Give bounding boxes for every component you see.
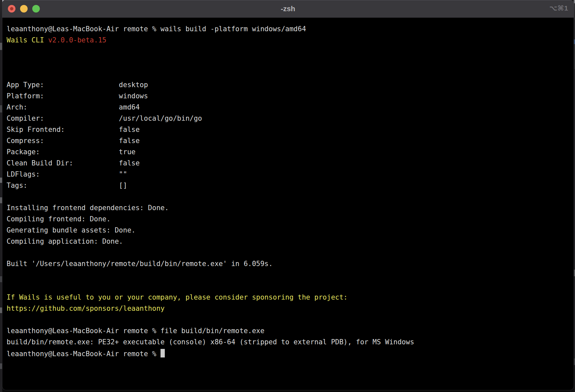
tab-shortcut-label: ⌥⌘1 (549, 4, 568, 12)
terminal-line (7, 57, 569, 68)
terminal-line: leaanthony@Leas-MacBook-Air remote % wai… (7, 23, 569, 35)
text-segment: Platform: windows (7, 92, 148, 100)
terminal-line (7, 269, 569, 281)
text-segment: Installing frontend dependencies: Done. (7, 204, 169, 212)
terminal-line: https://github.com/sponsors/leaanthony (7, 303, 569, 314)
terminal-line: Installing frontend dependencies: Done. (7, 202, 569, 213)
terminal-line: App Type: desktop (7, 79, 569, 90)
terminal-window: -zsh ⌥⌘1 leaanthony@Leas-MacBook-Air rem… (2, 0, 574, 390)
text-segment: Tags: [] (7, 182, 127, 189)
text-segment: LDFlags: "" (7, 170, 127, 178)
text-segment: leaanthony@Leas-MacBook-Air remote % (7, 350, 161, 358)
terminal-line: Compiler: /usr/local/go/bin/go (7, 113, 569, 124)
zoom-button[interactable] (32, 5, 40, 12)
terminal-line: leaanthony@Leas-MacBook-Air remote % (7, 348, 569, 359)
text-segment: Package: true (7, 148, 136, 156)
text-segment: Skip Frontend: false (7, 126, 140, 134)
terminal-line: Platform: windows (7, 90, 569, 102)
text-segment: Compiler: /usr/local/go/bin/go (7, 114, 202, 122)
text-segment: Wails CLI (7, 36, 48, 44)
terminal-line: Built '/Users/leaanthony/remote/build/bi… (7, 258, 569, 269)
background-window-edge-right (574, 0, 575, 392)
text-segment: leaanthony@Leas-MacBook-Air remote % wai… (7, 25, 306, 33)
terminal-line: Wails CLI v2.0.0-beta.15 (7, 35, 569, 46)
close-button[interactable] (8, 5, 15, 12)
terminal-line: leaanthony@Leas-MacBook-Air remote % fil… (7, 325, 569, 336)
terminal-line: Tags: [] (7, 180, 569, 191)
terminal-line (7, 314, 569, 325)
text-segment: https://github.com/sponsors/leaanthony (7, 305, 164, 312)
terminal-line: Arch: amd64 (7, 102, 569, 113)
text-segment: v2.0.0-beta.15 (48, 36, 106, 44)
text-segment: build/bin/remote.exe: PE32+ executable (… (7, 338, 414, 346)
terminal-line: Package: true (7, 146, 569, 158)
terminal-line (7, 247, 569, 258)
text-segment: Compiling application: Done. (7, 237, 123, 245)
terminal-line: Compiling frontend: Done. (7, 213, 569, 225)
text-segment: Built '/Users/leaanthony/remote/build/bi… (7, 260, 273, 268)
terminal-line: If Wails is useful to you or your compan… (7, 292, 569, 303)
minimize-button[interactable] (20, 5, 28, 12)
terminal-line: Compiling application: Done. (7, 236, 569, 247)
window-title: -zsh (281, 5, 295, 13)
terminal-line: Clean Build Dir: false (7, 158, 569, 169)
terminal-cursor (161, 349, 165, 357)
titlebar[interactable]: -zsh ⌥⌘1 (2, 0, 574, 18)
text-segment: Clean Build Dir: false (7, 159, 140, 167)
terminal-line (7, 46, 569, 57)
text-segment: App Type: desktop (7, 81, 148, 89)
text-segment: Compiling frontend: Done. (7, 215, 111, 223)
terminal-line: Compress: false (7, 135, 569, 146)
terminal-line (7, 68, 569, 79)
terminal-output[interactable]: leaanthony@Leas-MacBook-Air remote % wai… (2, 18, 574, 359)
terminal-line: Generating bundle assets: Done. (7, 225, 569, 236)
text-segment: If Wails is useful to you or your compan… (7, 293, 348, 301)
text-segment: Arch: amd64 (7, 103, 140, 111)
text-segment: Compress: false (7, 137, 140, 145)
terminal-line: Skip Frontend: false (7, 124, 569, 135)
terminal-line: LDFlags: "" (7, 169, 569, 180)
terminal-line (7, 281, 569, 292)
background-window-edge-left (0, 0, 2, 392)
text-segment: leaanthony@Leas-MacBook-Air remote % fil… (7, 327, 264, 335)
terminal-line (7, 191, 569, 202)
text-segment: Generating bundle assets: Done. (7, 226, 136, 234)
traffic-lights (8, 5, 40, 12)
terminal-line: build/bin/remote.exe: PE32+ executable (… (7, 336, 569, 348)
